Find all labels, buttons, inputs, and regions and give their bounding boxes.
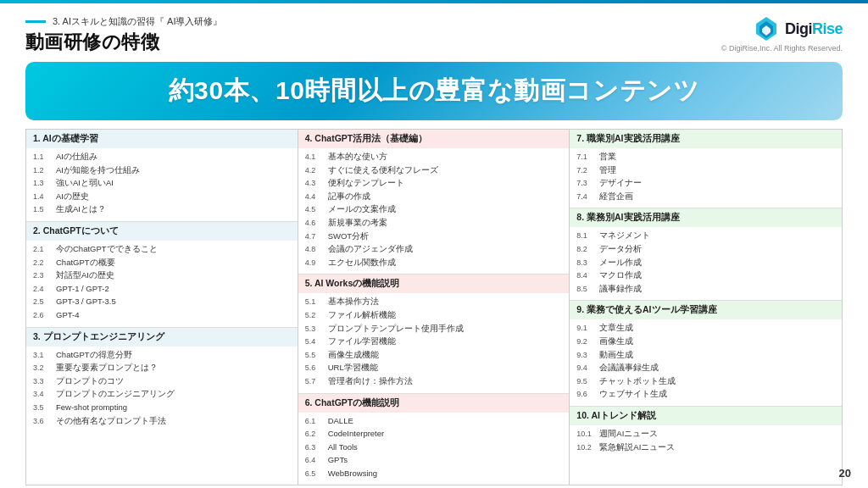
item-label: メールの文案作成 [328, 203, 563, 214]
section-header-2-2: 5. AI Worksの機能説明 [298, 274, 570, 293]
item-label: ウェブサイト生成 [599, 388, 835, 399]
logo: DigiRise [753, 15, 843, 42]
page-title: 動画研修の特徴 [25, 30, 222, 55]
section-items-2-1: 4.1基本的な使い方4.2すぐに使える便利なフレーズ4.3便利なテンプレート4.… [298, 148, 570, 274]
section-3-4: 10. AIトレンド解説10.1週間AIニュース10.2緊急解説AIニュース [570, 407, 842, 458]
item-label: マクロ作成 [599, 269, 835, 280]
section-items-2-3: 6.1DALLE6.2CodeInterpreter6.3All Tools6.… [298, 413, 570, 485]
section-items-1-3: 3.1ChatGPTの得意分野3.2重要な要素プロンプとは？3.3プロンプトのコ… [26, 347, 298, 433]
item-number: 2.6 [33, 310, 52, 321]
item-number: 9.5 [576, 376, 595, 387]
item-label: 生成AIとは？ [56, 203, 291, 214]
item-label: SWOT分析 [328, 230, 563, 241]
item-number: 4.4 [305, 191, 324, 202]
item-number: 9.6 [576, 389, 595, 400]
item-number: 5.5 [305, 350, 324, 361]
item-number: 7.4 [576, 191, 595, 202]
item-number: 4.7 [305, 231, 324, 242]
list-item: 8.3メール作成 [576, 257, 835, 269]
item-number: 3.4 [33, 389, 52, 400]
list-item: 5.7管理者向け：操作方法 [305, 375, 563, 387]
list-item: 4.6新規事業の考案 [305, 217, 563, 229]
item-number: 4.6 [305, 218, 324, 229]
item-number: 1.1 [33, 152, 52, 163]
list-item: 8.5議事録作成 [576, 283, 835, 295]
item-label: 今のChatGPTでできること [56, 243, 291, 254]
item-label: ファイル解析機能 [328, 309, 563, 320]
list-item: 2.1今のChatGPTでできること [33, 243, 291, 255]
list-item: 4.9エクセル関数作成 [305, 257, 563, 269]
item-label: GPT-3 / GPT-3.5 [56, 296, 291, 307]
item-number: 8.5 [576, 284, 595, 295]
item-label: チャットボット生成 [599, 375, 835, 386]
list-item: 4.3便利なテンプレート [305, 177, 563, 189]
list-item: 1.5生成AIとは？ [33, 203, 291, 215]
item-label: 会議のアジェンダ作成 [328, 243, 563, 254]
item-label: 記事の作成 [328, 191, 563, 202]
section-items-3-2: 8.1マネジメント8.2データ分析8.3メール作成8.4マクロ作成8.5議事録作… [570, 227, 842, 300]
list-item: 4.8会議のアジェンダ作成 [305, 243, 563, 255]
item-label: 議事録作成 [599, 283, 835, 294]
header: 3. AIスキルと知識の習得『 AI導入研修』 動画研修の特徴 DigiRise… [25, 15, 843, 55]
item-number: 6.4 [305, 455, 324, 466]
list-item: 8.4マクロ作成 [576, 269, 835, 281]
list-item: 1.3強いAIと弱いAI [33, 177, 291, 189]
item-label: 重要な要素プロンプとは？ [56, 362, 291, 373]
list-item: 5.2ファイル解析機能 [305, 309, 563, 321]
item-label: GPT-1 / GPT-2 [56, 283, 291, 294]
section-header-3-2: 8. 業務別AI実践活用講座 [570, 208, 842, 227]
hero-banner: 約30本、10時間以上の豊富な動画コンテンツ [25, 62, 843, 120]
list-item: 5.6URL学習機能 [305, 362, 563, 374]
list-item: 1.4AIの歴史 [33, 191, 291, 202]
item-number: 9.1 [576, 323, 595, 334]
item-label: 動画生成 [599, 349, 835, 360]
item-label: 管理者向け：操作方法 [328, 375, 563, 386]
section-2-2: 5. AI Worksの機能説明5.1基本操作方法5.2ファイル解析機能5.3プ… [298, 274, 570, 393]
item-label: 新規事業の考案 [328, 217, 563, 228]
list-item: 3.4プロンプトのエンジニアリング [33, 388, 291, 400]
list-item: 4.2すぐに使える便利なフレーズ [305, 164, 563, 176]
logo-copyright-area: DigiRise © DigiRise,Inc. All Rights Rese… [721, 15, 843, 53]
item-label: AIの仕組み [56, 151, 291, 162]
item-label: ファイル学習機能 [328, 336, 563, 347]
logo-text: DigiRise [785, 20, 843, 38]
list-item: 9.5チャットボット生成 [576, 375, 835, 387]
item-number: 9.4 [576, 363, 595, 374]
section-items-2-2: 5.1基本操作方法5.2ファイル解析機能5.3プロンプトテンプレート使用手作成5… [298, 293, 570, 392]
item-number: 5.7 [305, 376, 324, 387]
breadcrumb: 3. AIスキルと知識の習得『 AI導入研修』 [53, 15, 222, 28]
list-item: 9.6ウェブサイト生成 [576, 388, 835, 400]
item-number: 3.2 [33, 363, 52, 374]
list-item: 2.4GPT-1 / GPT-2 [33, 283, 291, 295]
section-items-3-3: 9.1文章生成9.2画像生成9.3動画生成9.4会議議事録生成9.5チャットボッ… [570, 319, 842, 406]
item-label: 対話型AIの歴史 [56, 269, 291, 280]
list-item: 3.6その他有名なプロンプト手法 [33, 415, 291, 427]
page-number: 20 [839, 467, 851, 480]
item-number: 5.3 [305, 324, 324, 335]
item-label: 管理 [599, 164, 835, 175]
item-number: 6.5 [305, 469, 324, 480]
item-label: 文章生成 [599, 322, 835, 333]
item-number: 5.6 [305, 363, 324, 374]
item-label: Few-shot prompting [56, 402, 291, 413]
item-number: 3.1 [33, 350, 52, 361]
item-number: 1.5 [33, 204, 52, 215]
column-2: 4. ChatGPT活用法（基礎編）4.1基本的な使い方4.2すぐに使える便利な… [298, 130, 570, 485]
item-label: 画像生成機能 [328, 349, 563, 360]
item-number: 6.1 [305, 416, 324, 427]
list-item: 6.4GPTs [305, 454, 563, 466]
column-1: 1. AIの基礎学習1.1AIの仕組み1.2AIが知能を持つ仕組み1.3強いAI… [26, 130, 298, 485]
item-label: プロンプトのエンジニアリング [56, 388, 291, 399]
item-number: 8.3 [576, 258, 595, 269]
list-item: 9.1文章生成 [576, 322, 835, 334]
list-item: 2.5GPT-3 / GPT-3.5 [33, 296, 291, 308]
item-label: 経営企画 [599, 191, 835, 202]
list-item: 6.5WebBrowsing [305, 468, 563, 480]
item-number: 8.2 [576, 244, 595, 255]
item-label: AIの歴史 [56, 191, 291, 202]
item-number: 8.1 [576, 230, 595, 241]
item-label: DALLE [328, 415, 563, 426]
item-label: 週間AIニュース [599, 428, 835, 439]
item-label: 強いAIと弱いAI [56, 177, 291, 188]
list-item: 10.1週間AIニュース [576, 428, 835, 440]
